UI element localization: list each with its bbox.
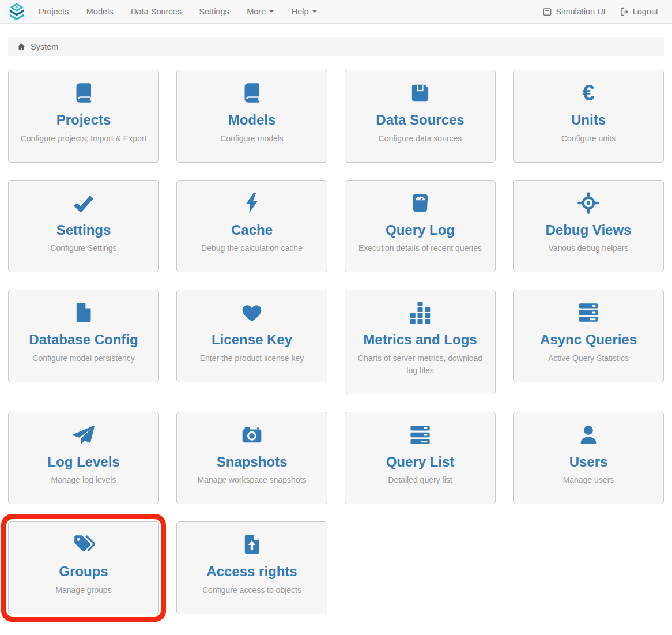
card-debug-views[interactable]: Debug Views Various debug helpers	[513, 180, 664, 273]
card-subtitle: Configure access to objects	[187, 584, 316, 596]
card-title: Debug Views	[524, 222, 653, 238]
card-title: Cache	[187, 222, 316, 238]
card-units[interactable]: Units Configure units	[513, 70, 664, 163]
camera-icon	[187, 423, 316, 446]
book-icon	[19, 81, 148, 104]
layers-logo-icon	[8, 3, 25, 21]
card-subtitle: Manage users	[524, 474, 653, 486]
top-navbar: Projects Models Data Sources Settings Mo…	[0, 0, 672, 24]
logout-icon	[620, 7, 629, 17]
card-query-log[interactable]: Query Log Execution details of recent qu…	[345, 180, 496, 273]
book-icon	[187, 81, 316, 104]
card-query-list[interactable]: Query List Detailed query list	[345, 412, 496, 505]
card-snapshots[interactable]: Snapshots Manage workspace snapshots	[176, 412, 327, 505]
tags-icon	[19, 533, 148, 556]
breadcrumb-current: System	[31, 42, 58, 51]
card-groups[interactable]: Groups Manage groups	[8, 521, 159, 614]
card-async-queries[interactable]: Async Queries Active Query Statistics	[513, 290, 664, 382]
nav-item-models[interactable]: Models	[79, 0, 121, 23]
card-title: Query List	[356, 454, 485, 470]
card-subtitle: Manage log levels	[19, 474, 148, 486]
card-users[interactable]: Users Manage users	[513, 412, 664, 505]
chevron-down-icon	[312, 10, 317, 13]
user-icon	[524, 423, 653, 446]
save-icon	[356, 81, 485, 104]
card-models[interactable]: Models Configure models	[176, 70, 327, 163]
card-settings[interactable]: Settings Configure Settings	[8, 180, 159, 273]
card-title: Units	[524, 112, 653, 128]
card-metrics-and-logs[interactable]: Metrics and Logs Charts of server metric…	[345, 290, 496, 394]
simulation-ui-link[interactable]: Simulation UI	[535, 0, 612, 23]
navbar-right: Simulation UI Logout	[535, 0, 665, 23]
check-icon	[19, 191, 148, 215]
app-logo[interactable]	[7, 3, 31, 21]
card-subtitle: Detailed query list	[356, 474, 485, 486]
card-title: Data Sources	[356, 112, 485, 128]
card-title: Snapshots	[187, 454, 316, 470]
card-database-config[interactable]: Database Config Configure model persiste…	[8, 290, 159, 382]
card-cache[interactable]: Cache Debug the calculation cache	[176, 180, 327, 273]
card-subtitle: Active Query Statistics	[524, 352, 653, 365]
card-data-sources[interactable]: Data Sources Configure data sources	[345, 70, 496, 163]
file-upload-icon	[187, 533, 316, 556]
bolt-icon	[187, 191, 316, 215]
card-access-rights[interactable]: Access rights Configure access to object…	[176, 521, 327, 614]
card-subtitle: Execution details of recent queries	[356, 242, 485, 254]
card-title: Metrics and Logs	[356, 332, 485, 348]
breadcrumb: System	[8, 37, 664, 56]
chevron-down-icon	[269, 10, 274, 13]
window-icon	[542, 7, 552, 17]
card-subtitle: Enter the product license key	[187, 352, 316, 365]
nav-item-projects[interactable]: Projects	[31, 0, 76, 23]
main-nav: Projects Models Data Sources Settings Mo…	[31, 0, 324, 23]
card-subtitle: Charts of server metrics, download log f…	[356, 352, 485, 377]
card-subtitle: Configure data sources	[356, 133, 485, 145]
card-subtitle: Various debug helpers	[524, 242, 653, 254]
scale-icon	[356, 191, 485, 215]
card-license-key[interactable]: License Key Enter the product license ke…	[176, 290, 327, 382]
chart-icon	[356, 301, 485, 324]
card-title: Log Levels	[19, 454, 148, 470]
card-log-levels[interactable]: Log Levels Manage log levels	[8, 412, 159, 505]
card-subtitle: Manage groups	[19, 584, 148, 596]
page-container: System Projects Configure projects; Impo…	[0, 37, 672, 626]
card-title: Users	[524, 454, 653, 470]
card-title: Groups	[19, 563, 148, 580]
card-title: Models	[187, 112, 316, 128]
home-icon	[17, 42, 26, 51]
file-icon	[19, 301, 148, 324]
server-icon	[356, 423, 485, 446]
card-title: Database Config	[19, 332, 148, 348]
nav-item-help[interactable]: Help	[284, 0, 324, 23]
system-card-grid: Projects Configure projects; Import & Ex…	[8, 70, 664, 626]
card-title: Projects	[19, 112, 148, 128]
crosshair-icon	[524, 191, 653, 215]
card-subtitle: Configure model persistency	[19, 352, 148, 365]
paper-plane-icon	[19, 423, 148, 446]
card-title: Query Log	[356, 222, 485, 238]
card-subtitle: Configure Settings	[19, 242, 148, 254]
card-subtitle: Configure projects; Import & Export	[19, 133, 148, 145]
card-title: Access rights	[187, 563, 316, 580]
card-title: Async Queries	[524, 332, 653, 348]
nav-item-data-sources[interactable]: Data Sources	[123, 0, 189, 23]
card-subtitle: Configure models	[187, 133, 316, 145]
server-icon	[524, 301, 653, 324]
logout-link[interactable]: Logout	[613, 0, 665, 23]
card-subtitle: Debug the calculation cache	[187, 242, 316, 254]
nav-item-settings[interactable]: Settings	[191, 0, 236, 23]
nav-item-more[interactable]: More	[239, 0, 281, 23]
card-subtitle: Manage workspace snapshots	[187, 474, 316, 486]
heart-icon	[187, 301, 316, 324]
euro-icon	[524, 81, 653, 104]
card-projects[interactable]: Projects Configure projects; Import & Ex…	[8, 70, 159, 163]
card-title: Settings	[19, 222, 148, 238]
card-subtitle: Configure units	[524, 133, 653, 145]
card-title: License Key	[187, 332, 316, 348]
